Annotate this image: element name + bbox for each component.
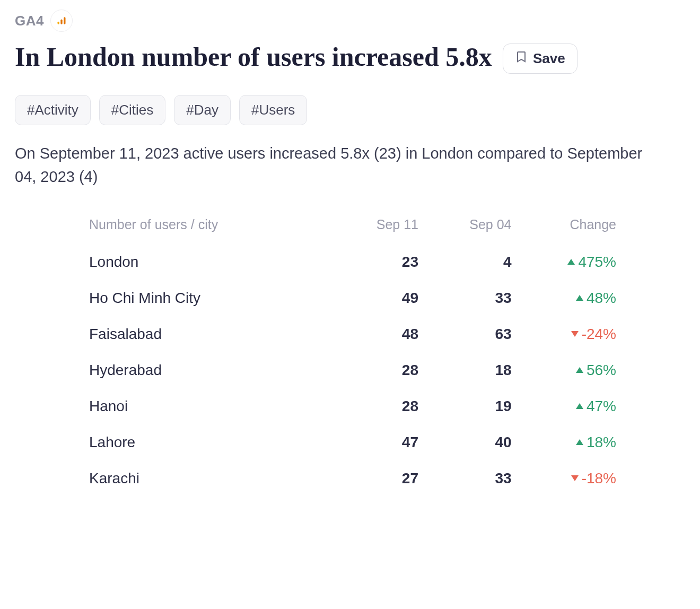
caret-down-icon bbox=[571, 475, 579, 481]
change-value: 475% bbox=[578, 254, 616, 270]
cell-value-2: 40 bbox=[424, 424, 517, 460]
bookmark-icon bbox=[515, 50, 528, 67]
insight-description: On September 11, 2023 active users incre… bbox=[15, 142, 651, 188]
users-by-city-table: Number of users / city Sep 11 Sep 04 Cha… bbox=[84, 210, 622, 497]
page-title: In London number of users increased 5.8x bbox=[15, 40, 492, 74]
cell-city: Lahore bbox=[84, 424, 330, 460]
cell-value-1: 28 bbox=[330, 388, 424, 424]
change-value: -18% bbox=[582, 470, 616, 486]
tag-cities[interactable]: #Cities bbox=[99, 95, 165, 125]
change-value: 56% bbox=[587, 362, 616, 378]
cell-change: -24% bbox=[517, 316, 622, 352]
cell-city: Faisalabad bbox=[84, 316, 330, 352]
cell-value-2: 4 bbox=[424, 244, 517, 280]
table-row: Hyderabad281856% bbox=[84, 352, 622, 388]
ga4-logo-icon bbox=[50, 10, 73, 32]
tag-users[interactable]: #Users bbox=[239, 95, 307, 125]
cell-value-2: 18 bbox=[424, 352, 517, 388]
tag-activity[interactable]: #Activity bbox=[15, 95, 91, 125]
col-date1: Sep 11 bbox=[330, 210, 424, 244]
cell-value-1: 28 bbox=[330, 352, 424, 388]
cell-value-2: 33 bbox=[424, 280, 517, 316]
save-button[interactable]: Save bbox=[503, 44, 578, 74]
change-value: -24% bbox=[582, 326, 616, 342]
caret-up-icon bbox=[576, 403, 583, 409]
cell-value-1: 47 bbox=[330, 424, 424, 460]
cell-change: 47% bbox=[517, 388, 622, 424]
cell-value-1: 49 bbox=[330, 280, 424, 316]
table-row: Karachi2733-18% bbox=[84, 460, 622, 497]
cell-value-2: 63 bbox=[424, 316, 517, 352]
svg-rect-2 bbox=[64, 17, 65, 24]
table-row: London234475% bbox=[84, 244, 622, 280]
caret-up-icon bbox=[567, 259, 575, 265]
save-button-label: Save bbox=[533, 50, 565, 67]
change-value: 18% bbox=[587, 434, 616, 450]
cell-value-2: 19 bbox=[424, 388, 517, 424]
table-row: Faisalabad4863-24% bbox=[84, 316, 622, 352]
svg-rect-0 bbox=[57, 22, 59, 24]
caret-up-icon bbox=[576, 439, 583, 445]
table-row: Hanoi281947% bbox=[84, 388, 622, 424]
cell-value-1: 48 bbox=[330, 316, 424, 352]
change-value: 47% bbox=[587, 398, 616, 414]
cell-change: -18% bbox=[517, 460, 622, 497]
cell-value-2: 33 bbox=[424, 460, 517, 497]
tag-day[interactable]: #Day bbox=[174, 95, 231, 125]
cell-value-1: 23 bbox=[330, 244, 424, 280]
caret-down-icon bbox=[571, 331, 579, 337]
cell-city: Hyderabad bbox=[84, 352, 330, 388]
caret-up-icon bbox=[576, 295, 583, 301]
cell-change: 56% bbox=[517, 352, 622, 388]
change-value: 48% bbox=[587, 290, 616, 306]
cell-change: 475% bbox=[517, 244, 622, 280]
cell-city: Karachi bbox=[84, 460, 330, 497]
breadcrumb: GA4 bbox=[15, 10, 685, 32]
tags-row: #Activity #Cities #Day #Users bbox=[15, 95, 685, 125]
table-row: Lahore474018% bbox=[84, 424, 622, 460]
cell-city: Ho Chi Minh City bbox=[84, 280, 330, 316]
svg-rect-1 bbox=[60, 20, 62, 24]
col-date2: Sep 04 bbox=[424, 210, 517, 244]
cell-value-1: 27 bbox=[330, 460, 424, 497]
col-metric: Number of users / city bbox=[84, 210, 330, 244]
cell-city: London bbox=[84, 244, 330, 280]
table-row: Ho Chi Minh City493348% bbox=[84, 280, 622, 316]
cell-city: Hanoi bbox=[84, 388, 330, 424]
col-change: Change bbox=[517, 210, 622, 244]
cell-change: 48% bbox=[517, 280, 622, 316]
breadcrumb-source-label[interactable]: GA4 bbox=[15, 13, 44, 29]
caret-up-icon bbox=[576, 367, 583, 373]
cell-change: 18% bbox=[517, 424, 622, 460]
